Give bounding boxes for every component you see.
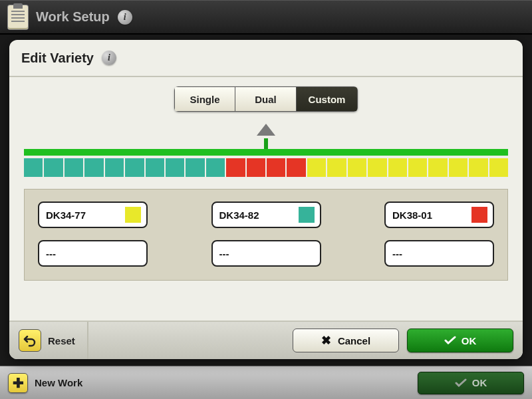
- row-unit-cell[interactable]: [166, 158, 186, 177]
- row-unit-cell[interactable]: [226, 158, 246, 177]
- row-unit-cell[interactable]: [267, 158, 287, 177]
- color-swatch: [299, 207, 315, 223]
- reset-label: Reset: [48, 335, 75, 346]
- variety-name: ---: [46, 248, 56, 259]
- variety-name: DK34-77: [46, 209, 86, 221]
- close-icon: ✖: [321, 333, 331, 348]
- color-swatch: [471, 207, 487, 223]
- footer-ok-button[interactable]: OK: [418, 372, 524, 394]
- app-footer: ✚ New Work OK: [0, 366, 532, 399]
- row-unit-cell[interactable]: [307, 158, 327, 177]
- row-unit-cell[interactable]: [125, 158, 145, 177]
- tab-dual[interactable]: Dual: [235, 86, 297, 112]
- variety-slot-6[interactable]: ---: [384, 240, 494, 267]
- row-unit-cell[interactable]: [428, 158, 448, 177]
- info-icon[interactable]: i: [118, 10, 132, 25]
- row-unit-cell[interactable]: [24, 158, 44, 177]
- variety-slot-3[interactable]: DK38-01: [384, 201, 494, 228]
- color-swatch: [125, 207, 141, 223]
- row-unit-cell[interactable]: [388, 158, 408, 177]
- dialog-body: Single Dual Custom DK34-77 DK34-82: [9, 77, 523, 321]
- row-unit-cell[interactable]: [348, 158, 368, 177]
- mode-segmented-control: Single Dual Custom: [24, 86, 508, 112]
- undo-icon: [23, 334, 37, 347]
- check-icon: [444, 336, 456, 345]
- position-arrow-icon: [257, 124, 275, 136]
- ok-button[interactable]: OK: [407, 329, 513, 352]
- edit-variety-dialog: Edit Variety i Single Dual Custom DK34-7…: [9, 40, 523, 359]
- row-unit-cell[interactable]: [206, 158, 226, 177]
- cancel-button[interactable]: ✖ Cancel: [293, 329, 399, 352]
- row-unit-cell[interactable]: [247, 158, 267, 177]
- row-unit-strip: [24, 124, 508, 184]
- row-units[interactable]: [24, 158, 508, 177]
- section-bar: [24, 149, 508, 156]
- row-unit-cell[interactable]: [287, 158, 307, 177]
- tab-custom[interactable]: Custom: [297, 86, 358, 112]
- app-title: Work Setup: [36, 9, 110, 25]
- variety-slot-4[interactable]: ---: [38, 240, 148, 267]
- variety-slot-5[interactable]: ---: [211, 240, 321, 267]
- variety-panel: DK34-77 DK34-82 DK38-01 --- ---: [24, 189, 508, 281]
- new-work-button[interactable]: ✚: [8, 373, 28, 393]
- app-header: Work Setup i: [0, 0, 532, 35]
- new-work-label: New Work: [35, 377, 82, 388]
- row-unit-cell[interactable]: [105, 158, 125, 177]
- row-unit-cell[interactable]: [146, 158, 166, 177]
- dialog-header: Edit Variety i: [9, 40, 523, 77]
- info-icon[interactable]: i: [102, 51, 116, 65]
- row-unit-cell[interactable]: [489, 158, 508, 177]
- row-unit-cell[interactable]: [469, 158, 489, 177]
- variety-name: DK38-01: [392, 209, 432, 221]
- variety-name: ---: [392, 248, 402, 259]
- dialog-title: Edit Variety: [21, 51, 94, 66]
- variety-name: ---: [219, 248, 229, 259]
- dialog-footer: Reset ✖ Cancel OK: [9, 321, 523, 359]
- row-unit-cell[interactable]: [65, 158, 84, 177]
- row-unit-cell[interactable]: [368, 158, 388, 177]
- check-icon: [455, 378, 467, 388]
- variety-name: DK34-82: [219, 209, 259, 221]
- variety-slot-2[interactable]: DK34-82: [211, 201, 321, 228]
- tab-single[interactable]: Single: [174, 86, 235, 112]
- clipboard-icon: [8, 5, 28, 29]
- row-unit-cell[interactable]: [408, 158, 428, 177]
- row-unit-cell[interactable]: [327, 158, 347, 177]
- row-unit-cell[interactable]: [84, 158, 104, 177]
- row-unit-cell[interactable]: [44, 158, 64, 177]
- reset-button[interactable]: [19, 329, 41, 352]
- row-unit-cell[interactable]: [449, 158, 469, 177]
- position-tick: [264, 138, 268, 149]
- row-unit-cell[interactable]: [186, 158, 205, 177]
- variety-slot-1[interactable]: DK34-77: [38, 201, 148, 228]
